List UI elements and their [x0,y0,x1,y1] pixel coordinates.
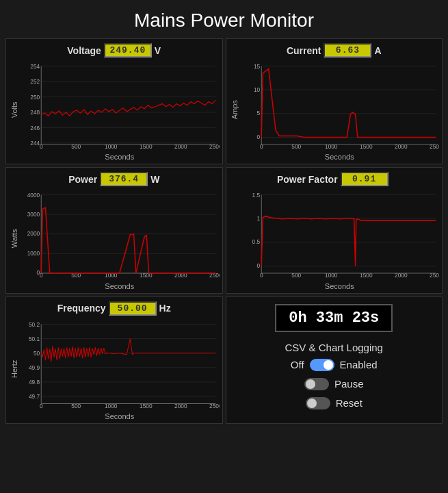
freq-svg-wrapper: 50.2 50.1 50 49.9 49.8 49.7 0 500 1000 1… [20,317,220,420]
page-title: Mains Power Monitor [134,0,314,38]
voltage-svg-wrapper: 254 252 250 248 246 244 0 500 1000 1500 … [20,59,220,161]
svg-text:0: 0 [256,134,260,140]
current-svg: 15 10 5 0 0 500 1000 1500 2000 2500 [240,59,440,151]
voltage-chart-cell: Voltage 249.40 V Volts 254 252 250 [5,38,223,164]
reset-label: Reset [336,397,363,409]
current-x-axis: Seconds [240,153,440,161]
current-chart-cell: Current 6.63 A Amps 15 10 5 0 0 500 1000 [226,38,443,164]
reset-row: Reset [306,397,363,409]
svg-text:1000: 1000 [27,250,40,257]
enabled-toggle[interactable] [310,359,334,371]
svg-text:4000: 4000 [27,192,40,199]
svg-text:250: 250 [30,94,40,101]
svg-text:2000: 2000 [27,230,40,237]
current-header: Current 6.63 A [229,43,440,58]
voltage-label: Voltage [67,45,101,56]
pause-toggle[interactable] [304,378,329,390]
svg-text:49.7: 49.7 [29,393,40,400]
current-label: Current [287,45,321,56]
svg-text:248: 248 [30,109,40,116]
current-svg-wrapper: 15 10 5 0 0 500 1000 1500 2000 2500 Seco… [240,59,440,161]
power-unit: W [150,174,159,185]
pf-chart-cell: Power Factor 0.91 1.5 1 0.5 0 0 500 1000 [226,167,443,293]
pf-svg: 1.5 1 0.5 0 0 500 1000 1500 2000 2500 [240,188,440,280]
svg-text:50.1: 50.1 [29,335,40,342]
svg-text:0.5: 0.5 [252,239,260,246]
pf-value: 0.91 [341,172,388,186]
power-x-axis: Seconds [20,282,220,290]
chart-grid: Voltage 249.40 V Volts 254 252 250 [0,38,448,429]
freq-chart-area: Hertz 50.2 50.1 50 49.9 49.8 49.7 0 50 [9,317,220,420]
freq-y-axis: Hertz [9,317,20,420]
pf-chart-area: 1.5 1 0.5 0 0 500 1000 1500 2000 2500 Se… [229,188,440,290]
off-label: Off [291,359,304,370]
svg-text:0: 0 [256,262,260,269]
reset-toggle[interactable] [306,397,330,409]
voltage-y-axis: Volts [9,59,20,161]
svg-text:254: 254 [30,63,40,70]
voltage-unit: V [155,45,161,56]
voltage-value: 249.40 [104,43,152,58]
pause-row: Pause [304,378,364,390]
freq-header: Frequency 50.00 Hz [9,301,220,316]
freq-unit: Hz [159,303,171,314]
freq-value: 50.00 [109,301,157,316]
svg-text:3000: 3000 [27,211,40,218]
svg-text:50.2: 50.2 [29,320,40,327]
enabled-label: Enabled [340,359,378,370]
svg-text:5: 5 [256,110,260,116]
power-header: Power 376.4 W [9,172,220,186]
pause-label: Pause [334,378,364,390]
freq-svg: 50.2 50.1 50 49.9 49.8 49.7 0 500 1000 1… [20,317,220,411]
voltage-header: Voltage 249.40 V [9,43,220,58]
svg-text:1.5: 1.5 [252,192,260,199]
pf-header: Power Factor 0.91 [229,172,440,186]
power-svg: 4000 3000 2000 1000 0 0 500 1000 1500 20… [20,188,220,280]
pf-label: Power Factor [277,174,338,185]
current-chart-area: Amps 15 10 5 0 0 500 1000 1500 2000 2500 [229,59,440,161]
freq-label: Frequency [57,303,106,314]
svg-text:1: 1 [256,215,260,222]
pf-y-axis [229,188,240,290]
voltage-svg: 254 252 250 248 246 244 0 500 1000 1500 … [20,59,220,151]
svg-text:15: 15 [253,63,260,70]
power-label: Power [68,174,97,185]
enabled-row: Off Enabled [291,359,378,371]
current-value: 6.63 [324,43,371,58]
power-chart-cell: Power 376.4 W Watts 4000 3000 2000 1000 … [5,167,223,293]
svg-text:49.8: 49.8 [29,379,40,385]
svg-text:246: 246 [30,125,40,131]
power-value: 376.4 [100,172,148,186]
voltage-chart-area: Volts 254 252 250 248 246 244 [9,59,220,161]
power-y-axis: Watts [9,188,20,290]
svg-text:252: 252 [30,78,40,85]
voltage-x-axis: Seconds [20,153,220,161]
info-cell: 0h 33m 23s CSV & Chart Logging Off Enabl… [226,296,443,424]
power-chart-area: Watts 4000 3000 2000 1000 0 0 500 1000 [9,188,220,290]
current-unit: A [374,45,381,56]
power-svg-wrapper: 4000 3000 2000 1000 0 0 500 1000 1500 20… [20,188,220,290]
svg-text:49.9: 49.9 [29,364,40,371]
svg-text:50: 50 [34,349,40,356]
timer-display: 0h 33m 23s [275,304,393,332]
pf-x-axis: Seconds [240,282,440,290]
svg-text:10: 10 [253,86,260,93]
logging-title: CSV & Chart Logging [285,342,383,353]
freq-x-axis: Seconds [20,412,220,420]
current-y-axis: Amps [229,59,240,161]
svg-text:244: 244 [30,140,40,147]
pf-svg-wrapper: 1.5 1 0.5 0 0 500 1000 1500 2000 2500 Se… [240,188,440,290]
freq-chart-cell: Frequency 50.00 Hz Hertz 50.2 50.1 50 49… [5,296,223,424]
